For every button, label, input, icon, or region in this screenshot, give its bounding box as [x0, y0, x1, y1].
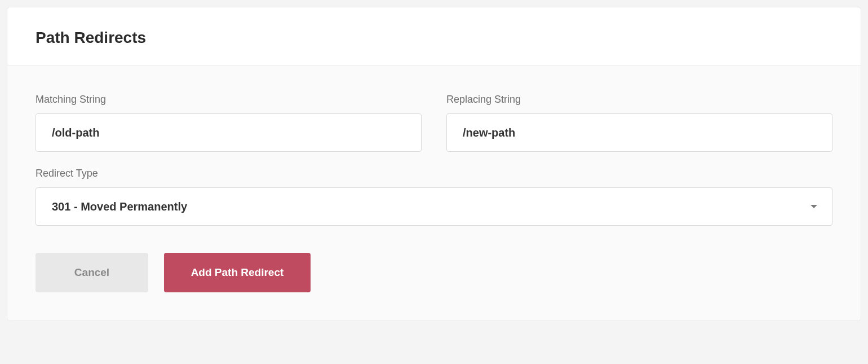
page-title: Path Redirects — [36, 29, 832, 47]
cancel-button[interactable]: Cancel — [36, 253, 148, 292]
redirect-type-field: Redirect Type 301 - Moved Permanently — [36, 168, 832, 226]
replacing-string-label: Replacing String — [446, 94, 832, 106]
redirect-type-select[interactable]: 301 - Moved Permanently — [36, 187, 832, 226]
replacing-string-input[interactable] — [446, 113, 832, 152]
card-body: Matching String Replacing String Redirec… — [7, 65, 861, 321]
button-row: Cancel Add Path Redirect — [36, 253, 832, 292]
form-row-redirect-type: Redirect Type 301 - Moved Permanently — [36, 168, 832, 226]
redirect-type-selected-value: 301 - Moved Permanently — [52, 200, 187, 213]
card-header: Path Redirects — [7, 7, 861, 65]
replacing-string-field: Replacing String — [446, 94, 832, 152]
redirect-type-select-wrap: 301 - Moved Permanently — [36, 187, 832, 226]
matching-string-field: Matching String — [36, 94, 422, 152]
form-row-strings: Matching String Replacing String — [36, 94, 832, 152]
redirect-type-label: Redirect Type — [36, 168, 832, 179]
path-redirects-card: Path Redirects Matching String Replacing… — [7, 7, 861, 321]
matching-string-label: Matching String — [36, 94, 422, 106]
matching-string-input[interactable] — [36, 113, 422, 152]
add-path-redirect-button[interactable]: Add Path Redirect — [164, 253, 311, 292]
